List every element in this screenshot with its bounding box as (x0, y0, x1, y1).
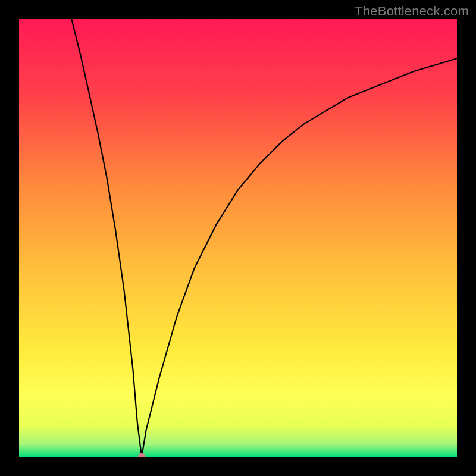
chart-frame: TheBottleneck.com (0, 0, 476, 476)
gradient-background (19, 19, 457, 457)
plot-area (19, 19, 457, 457)
watermark-text: TheBottleneck.com (355, 4, 469, 19)
svg-rect-0 (19, 19, 457, 457)
